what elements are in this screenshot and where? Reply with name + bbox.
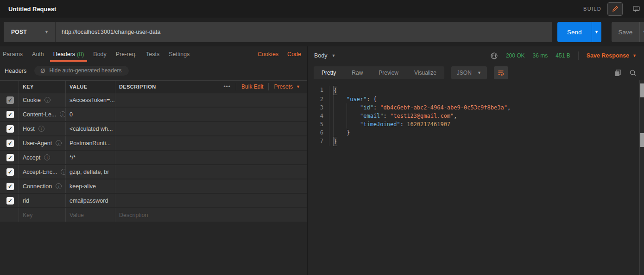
wrap-lines-button[interactable] (494, 66, 508, 79)
search-icon[interactable] (629, 69, 637, 77)
header-key-cell[interactable]: Accepti (19, 151, 65, 164)
cookies-link[interactable]: Cookies (258, 51, 278, 58)
scrollbar-thumb[interactable] (640, 133, 644, 147)
header-key-cell[interactable]: Connectioni (19, 179, 65, 193)
info-icon: i (44, 154, 50, 160)
indent-guide (347, 103, 360, 112)
header-description-cell[interactable] (115, 179, 307, 193)
table-row: ✓Connectionikeep-alive (0, 179, 307, 193)
select-column (0, 81, 19, 93)
code-lines: 1{2"user": {3"id": "db4c6ebf-abc2-4964-a… (308, 86, 644, 146)
header-value-cell[interactable]: emailpassword (65, 194, 115, 207)
save-response-dropdown[interactable]: Save Response ▼ (587, 52, 637, 59)
line-number: 3 (308, 103, 329, 112)
code-link[interactable]: Code (287, 51, 301, 58)
header-value-cell[interactable]: PostmanRunti... (65, 136, 115, 150)
response-body-dropdown[interactable]: Body ▼ (314, 52, 335, 59)
header-key-text: rid (23, 198, 29, 204)
request-links: CookiesCode (258, 46, 301, 62)
line-number: 4 (308, 112, 329, 120)
code-token: "user" (347, 95, 366, 103)
row-checkbox[interactable]: ✓ (6, 111, 14, 118)
header-value-cell[interactable]: gzip, deflate, br (65, 165, 115, 179)
header-description-cell[interactable] (115, 108, 307, 121)
header-description-cell[interactable] (115, 136, 307, 150)
response-body-code[interactable]: 1{2"user": {3"id": "db4c6ebf-abc2-4964-a… (308, 86, 644, 146)
header-key-cell[interactable]: Cookiei (19, 93, 65, 107)
header-key-cell[interactable]: rid (19, 194, 65, 207)
row-checkbox[interactable]: ✓ (6, 183, 14, 190)
table-row: ✓Hosti<calculated wh... (0, 122, 307, 135)
tab-label: Tests (146, 51, 159, 58)
code-line: 3"id": "db4c6ebf-abc2-4964-abe9-0c53c9f8… (308, 103, 644, 112)
code-token: : (384, 112, 390, 120)
header-description-cell[interactable] (115, 122, 307, 135)
row-checkbox[interactable]: ✓ (6, 154, 14, 161)
header-description-cell[interactable] (115, 165, 307, 179)
response-scrollbar[interactable] (639, 80, 644, 275)
key-input[interactable]: Key (19, 208, 65, 222)
title-bar: Untitled Request BUILD (0, 0, 644, 18)
header-key-cell[interactable]: Accept-Enc...i (19, 165, 65, 179)
url-input[interactable]: http://localhost:3001/change-user-data (56, 22, 160, 42)
header-description-cell[interactable] (115, 93, 307, 107)
row-checkbox[interactable]: ✓ (6, 140, 14, 147)
view-tab-preview[interactable]: Preview (371, 70, 406, 76)
description-input[interactable]: Description (115, 208, 307, 222)
save-options-button[interactable]: ▼ (639, 22, 644, 42)
header-key-cell[interactable]: Hosti (19, 122, 65, 135)
network-globe-icon[interactable] (490, 52, 498, 60)
row-checkbox[interactable]: ✓ (6, 96, 14, 104)
line-number: 2 (308, 95, 329, 103)
copy-icon[interactable] (614, 69, 621, 77)
header-key-text: Accept-Enc... (23, 169, 57, 175)
header-description-cell[interactable] (115, 151, 307, 164)
header-key-cell[interactable]: User-Agenti (19, 136, 65, 150)
row-checkbox[interactable]: ✓ (6, 125, 14, 133)
row-select-cell: ✓ (0, 165, 19, 179)
code-content: "user": { (329, 95, 377, 103)
divider (236, 83, 236, 90)
tab-pre-req[interactable]: Pre-req. (111, 46, 141, 62)
hide-auto-headers-toggle[interactable]: Ø Hide auto-generated headers (34, 66, 128, 76)
headers-subheader: Headers Ø Hide auto-generated headers (0, 62, 307, 79)
bulk-edit-link[interactable]: Bulk Edit (241, 83, 263, 90)
tab-label: Params (3, 51, 23, 58)
header-value-cell[interactable]: <calculated wh... (65, 122, 115, 135)
edit-mode-button[interactable] (607, 2, 623, 16)
format-dropdown[interactable]: JSON ▼ (451, 66, 487, 79)
code-line: 4"email": "test123@gmail.com", (308, 112, 644, 120)
info-icon: i (60, 111, 65, 117)
more-options-icon[interactable]: ••• (223, 83, 231, 90)
header-value-cell[interactable]: keep-alive (65, 179, 115, 193)
tab-settings[interactable]: Settings (164, 46, 194, 62)
build-label: BUILD (583, 6, 601, 12)
send-button[interactable]: Send (557, 22, 592, 42)
view-tab-visualize[interactable]: Visualize (406, 70, 444, 76)
header-value-cell[interactable]: sAccessToken=... (65, 93, 115, 107)
header-value-cell[interactable]: 0 (65, 108, 115, 121)
comments-button[interactable] (629, 2, 644, 16)
header-value-text: emailpassword (69, 198, 108, 204)
tab-tests[interactable]: Tests (141, 46, 164, 62)
header-description-cell[interactable] (115, 194, 307, 207)
view-tab-raw[interactable]: Raw (344, 70, 371, 76)
row-checkbox[interactable]: ✓ (6, 197, 14, 205)
method-select[interactable]: POST ▼ (4, 22, 55, 42)
tab-label: Settings (169, 51, 189, 58)
header-key-cell[interactable]: Content-Le...i (19, 108, 65, 121)
presets-dropdown[interactable]: Presets ▼ (274, 83, 300, 90)
code-token: , (507, 103, 511, 112)
send-options-button[interactable]: ▼ (592, 22, 601, 42)
tab-headers[interactable]: Headers(8) (49, 46, 89, 62)
tab-body[interactable]: Body (88, 46, 111, 62)
save-button[interactable]: Save (612, 22, 640, 42)
view-tab-pretty[interactable]: Pretty (314, 70, 344, 76)
text-wrap-icon (497, 69, 505, 77)
tab-params[interactable]: Params (0, 46, 27, 62)
row-checkbox[interactable]: ✓ (6, 168, 14, 176)
header-value-cell[interactable]: */* (65, 151, 115, 164)
value-input[interactable]: Value (65, 208, 115, 222)
tab-auth[interactable]: Auth (27, 46, 49, 62)
scrollbar-thumb[interactable] (640, 83, 644, 97)
